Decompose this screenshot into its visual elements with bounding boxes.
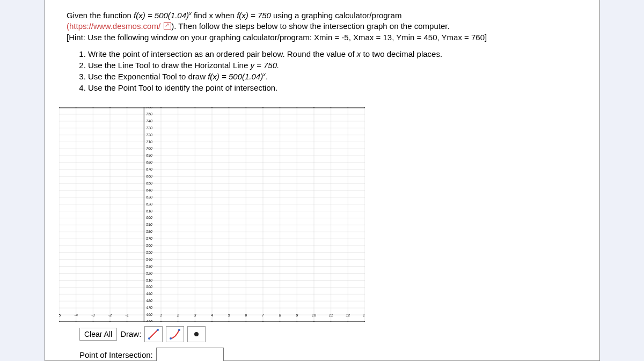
svg-text:470: 470 bbox=[146, 306, 152, 310]
svg-text:660: 660 bbox=[146, 174, 152, 178]
svg-text:630: 630 bbox=[146, 195, 152, 198]
clear-all-button[interactable]: Clear All bbox=[79, 328, 117, 341]
question-prompt: Given the function f(x) = 500(1.04)x fin… bbox=[67, 10, 578, 43]
svg-text:-3: -3 bbox=[91, 313, 94, 317]
svg-text:690: 690 bbox=[146, 153, 152, 157]
hint-text: [Hint: Use the following window on your … bbox=[67, 33, 487, 42]
step-text: to two decimal places. bbox=[361, 49, 442, 58]
svg-text:720: 720 bbox=[146, 132, 152, 136]
steps-list: Write the point of intersection as an or… bbox=[88, 48, 578, 93]
svg-point-144 bbox=[178, 329, 180, 331]
step-4: Use the Point Tool to identify the point… bbox=[88, 82, 578, 93]
exponential-tool-icon bbox=[169, 328, 181, 340]
point-tool-button[interactable] bbox=[187, 326, 206, 342]
svg-text:11: 11 bbox=[329, 313, 333, 317]
svg-point-142 bbox=[157, 329, 159, 331]
svg-text:520: 520 bbox=[146, 271, 152, 275]
svg-text:740: 740 bbox=[146, 119, 152, 123]
step-text: Use the Line Tool to draw the Horizontal… bbox=[88, 61, 250, 70]
svg-text:650: 650 bbox=[146, 181, 152, 185]
svg-text:620: 620 bbox=[146, 202, 152, 205]
svg-text:460: 460 bbox=[146, 313, 152, 316]
svg-text:8: 8 bbox=[279, 313, 281, 317]
step-2: Use the Line Tool to draw the Horizontal… bbox=[88, 60, 578, 71]
intersection-input[interactable] bbox=[156, 348, 224, 361]
prompt-text: ). Then follow the steps below to show t… bbox=[171, 21, 449, 31]
svg-text:700: 700 bbox=[146, 146, 152, 150]
svg-text:2: 2 bbox=[177, 313, 179, 317]
step-text: . bbox=[266, 72, 268, 81]
svg-point-143 bbox=[170, 337, 172, 340]
draw-label: Draw: bbox=[120, 329, 141, 338]
prompt-text: using a graphing calculator/program bbox=[271, 11, 401, 20]
svg-text:6: 6 bbox=[245, 313, 247, 317]
svg-text:730: 730 bbox=[146, 126, 152, 129]
svg-text:480: 480 bbox=[146, 299, 152, 303]
graph-canvas[interactable]: -5-4-3-2-1123456789101112134504604704804… bbox=[59, 107, 365, 322]
svg-text:550: 550 bbox=[146, 251, 152, 254]
prompt-text: Given the function bbox=[67, 11, 134, 20]
svg-text:9: 9 bbox=[296, 313, 298, 317]
svg-point-145 bbox=[194, 332, 199, 336]
svg-text:680: 680 bbox=[146, 160, 152, 164]
svg-text:490: 490 bbox=[146, 292, 152, 296]
svg-text:12: 12 bbox=[346, 313, 350, 317]
svg-text:13: 13 bbox=[363, 313, 365, 317]
svg-text:570: 570 bbox=[146, 237, 152, 240]
toolbar: Clear All Draw: bbox=[79, 326, 578, 342]
point-tool-icon bbox=[191, 328, 202, 340]
svg-text:450: 450 bbox=[146, 320, 152, 322]
svg-text:7: 7 bbox=[262, 313, 265, 317]
svg-text:640: 640 bbox=[146, 188, 152, 192]
function-def: f(x) = 500(1.04) bbox=[134, 11, 189, 20]
svg-text:600: 600 bbox=[146, 216, 152, 219]
svg-text:580: 580 bbox=[146, 230, 152, 233]
svg-line-140 bbox=[149, 330, 158, 338]
svg-text:3: 3 bbox=[194, 313, 196, 317]
answer-row: Point of Intersection: bbox=[79, 348, 578, 361]
link-text: (https://www.desmos.com/ bbox=[67, 21, 160, 31]
svg-text:760: 760 bbox=[146, 107, 152, 109]
svg-point-141 bbox=[148, 337, 150, 340]
step-3: Use the Exponential Tool to draw f(x) = … bbox=[88, 71, 578, 82]
line-tool-icon bbox=[148, 328, 159, 340]
svg-text:560: 560 bbox=[146, 244, 152, 247]
line-tool-button[interactable] bbox=[144, 326, 163, 342]
svg-text:500: 500 bbox=[146, 285, 152, 289]
svg-text:4: 4 bbox=[211, 313, 213, 317]
svg-text:750: 750 bbox=[146, 112, 152, 116]
desmos-link[interactable]: (https://www.desmos.com/ bbox=[67, 21, 171, 31]
svg-text:5: 5 bbox=[228, 313, 230, 317]
svg-text:10: 10 bbox=[312, 313, 316, 317]
svg-text:590: 590 bbox=[146, 223, 152, 226]
chart-svg: -5-4-3-2-1123456789101112134504604704804… bbox=[59, 107, 365, 322]
step-text: Use the Exponential Tool to draw bbox=[88, 72, 208, 81]
step-eq: y = 750. bbox=[250, 61, 279, 70]
svg-text:-1: -1 bbox=[126, 313, 129, 317]
target-eq: f(x) = 750 bbox=[237, 11, 271, 20]
step-text: Write the point of intersection as an or… bbox=[88, 49, 357, 58]
answer-label: Point of Intersection: bbox=[79, 350, 153, 359]
svg-text:-4: -4 bbox=[75, 313, 78, 317]
svg-text:710: 710 bbox=[146, 139, 152, 143]
step-1: Write the point of intersection as an or… bbox=[88, 48, 578, 60]
svg-text:540: 540 bbox=[146, 257, 152, 261]
external-link-icon bbox=[164, 22, 171, 30]
exponential-tool-button[interactable] bbox=[166, 326, 184, 342]
step-fn: f(x) = 500(1.04) bbox=[208, 72, 263, 81]
svg-text:510: 510 bbox=[146, 278, 152, 282]
prompt-text: find x when bbox=[192, 11, 237, 20]
svg-text:-2: -2 bbox=[108, 313, 112, 317]
svg-text:-5: -5 bbox=[59, 313, 61, 317]
svg-text:610: 610 bbox=[146, 209, 152, 212]
svg-text:530: 530 bbox=[146, 264, 152, 268]
svg-text:670: 670 bbox=[146, 167, 152, 171]
svg-text:1: 1 bbox=[160, 313, 162, 317]
